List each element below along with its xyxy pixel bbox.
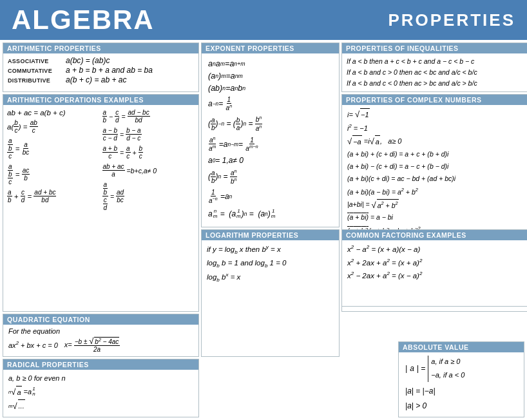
- factor-1: x2 − a2 = (x + a)(x − a): [347, 243, 526, 256]
- ops-r2: a − bc − d = b − ad − c: [102, 127, 195, 142]
- distributive-formula: a(b + c) = ab + ac: [66, 75, 126, 84]
- page-title: ALGEBRA: [12, 5, 155, 35]
- ineq-line-1: If a < b then a + c < b + c and a − c < …: [347, 56, 526, 67]
- quadratic-desc: For the equation: [8, 327, 193, 335]
- complex-1: i = √−1: [347, 108, 526, 120]
- ops-r1: ab − cd = ad − bcbd: [102, 109, 195, 124]
- factor-2: x2 + 2ax + a2 = (x + a)2: [347, 256, 526, 269]
- commutative-formula: a + b = b + a and ab = ba: [66, 66, 153, 75]
- associative-formula: a(bc) = (ab)c: [66, 56, 110, 65]
- abs-rule-2: |a| = |−a|: [405, 385, 517, 399]
- inequalities-card: PROPERTIES OF INEQUALITIES If a < b then…: [341, 43, 527, 92]
- abs-rule-1: |a| = a, if a ≥ 0 −a, if a < 0: [405, 356, 517, 382]
- factoring-header: COMMON FACTORING EXAMPLES: [342, 230, 527, 240]
- complex-3: √−a = i√a, a ≥ 0: [347, 135, 526, 148]
- exp-rule-3: (ab)n = anbn: [208, 84, 332, 93]
- ops-right-col: ab − cd = ad − bcbd a − bc − d = b − ad …: [102, 108, 195, 215]
- absolute-value-outer: ABSOLUTE VALUE |a| = a, if a ≥ 0 −a, if …: [398, 341, 524, 417]
- radical-card: RADICAL PROPERTIES a, b ≥ 0 for even n n…: [3, 359, 199, 417]
- complex-9: (a + bi) = a − bi: [347, 212, 526, 223]
- ops-2: a(bc) = abc: [7, 119, 100, 134]
- exp-rule-5: (ab)−n = (ba)n = bnan: [208, 115, 332, 132]
- ops-3: ab c = abc: [7, 137, 100, 160]
- ops-r3: a + bc = ac + bc: [102, 145, 195, 160]
- log-rule-2: logb b = 1 and logb 1 = 0: [207, 257, 334, 271]
- absolute-value-header: ABSOLUTE VALUE: [399, 342, 524, 352]
- complex-6: (a + bi)(c + di) = ac − bd + (ad + bc)i: [347, 173, 526, 184]
- ops-4: a bc = acb: [7, 163, 100, 186]
- ineq-line-3: If a < b and c < 0 then ac > bc and a/c …: [347, 78, 526, 89]
- distributive-label: DISTRIBUTIVE: [8, 77, 66, 84]
- distributive-row: DISTRIBUTIVE a(b + c) = ab + ac: [8, 75, 194, 84]
- exp-rule-6: anam = an−m = 1am−n: [208, 136, 332, 153]
- arithmetic-ops-header: ARITHMETIC OPERATIONS EXAMPLES: [3, 95, 198, 105]
- inequalities-header: PROPERTIES OF INEQUALITIES: [342, 43, 527, 53]
- log-rule-3: logb bx = x: [207, 271, 334, 285]
- exp-rule-2: (an)m = anm: [208, 72, 332, 81]
- complex-7: (a + bi)(a − bi) = a2 + b2: [347, 186, 526, 198]
- commutative-label: COMMUTATIVE: [8, 68, 66, 74]
- complex-4: (a + bi) + (c + di) = a + c + (b + d)i: [347, 149, 526, 160]
- exp-rule-1: anam = an+m: [208, 59, 332, 68]
- ops-r4: ab + aca = b + c, a ≠ 0: [102, 163, 195, 178]
- bottom-right-area: COMMON FACTORING EXAMPLES x2 − a2 = (x +…: [341, 229, 527, 357]
- radical-cond: a, b ≥ 0 for even n: [8, 372, 193, 385]
- exp-rule-9: 1a−n = an: [208, 189, 332, 204]
- exp-rule-7: a0 = 1, a ≠ 0: [208, 156, 332, 165]
- ops-left-col: ab + ac = a(b + c) a(bc) = abc ab c = ab…: [7, 108, 100, 215]
- page-header: ALGEBRA PROPERTIES: [0, 0, 527, 40]
- absolute-value-card: ABSOLUTE VALUE |a| = a, if a ≥ 0 −a, if …: [398, 341, 524, 417]
- associative-label: ASSOCIATIVE: [8, 58, 66, 64]
- radical-header: RADICAL PROPERTIES: [3, 359, 198, 370]
- quadratic-formula-wrap: ax2 + bx + c = 0 x = −b ± √b2 − 4ac 2a: [8, 337, 193, 353]
- arithmetic-properties-header: ARITHMETIC PROPERTIES: [3, 43, 198, 53]
- quadratic-header: QUADRATIC EQUATION: [3, 314, 198, 325]
- complex-8: |a + bi| = √a2 + b2: [347, 199, 526, 211]
- ops-r5: ab cd = adbc: [102, 181, 195, 211]
- log-rule-1: if y = logb x then by = x: [207, 243, 334, 257]
- exp-rule-4: a−n = 1an: [208, 96, 332, 111]
- exponent-properties-card: EXPONENT PROPERTIES anam = an+m (an)m = …: [201, 43, 340, 227]
- radical-rule-1: n√a = a1n: [8, 386, 193, 399]
- arithmetic-ops-card: ARITHMETIC OPERATIONS EXAMPLES ab + ac =…: [3, 94, 199, 311]
- quadratic-solution: x = −b ± √b2 − 4ac 2a: [64, 337, 120, 353]
- exp-rule-8: (ab)n = anbn: [208, 169, 332, 186]
- arithmetic-properties-card: ARITHMETIC PROPERTIES ASSOCIATIVE a(bc) …: [3, 43, 199, 92]
- logarithm-header: LOGARITHM PROPERTIES: [202, 230, 339, 240]
- associative-row: ASSOCIATIVE a(bc) = (ab)c: [8, 56, 194, 65]
- complex-2: i2 = −1: [347, 122, 526, 134]
- ops-5: ab + cd = ad + bcbd: [7, 189, 100, 204]
- exp-rule-10: anm = (a1m)n = (an)1m: [208, 209, 332, 220]
- exponent-properties-header: EXPONENT PROPERTIES: [202, 43, 339, 53]
- ineq-line-2: If a < b and c > 0 then ac < bc and a/c …: [347, 67, 526, 78]
- radical-rule-2: m√...: [8, 399, 193, 412]
- factor-3: x2 − 2ax + a2 = (x − a)2: [347, 269, 526, 282]
- abs-rule-3: |a| > 0: [405, 399, 517, 414]
- complex-header: PROPERTIES OF COMPLEX NUMBERS: [342, 95, 527, 105]
- quadratic-eq: ax2 + bx + c = 0: [8, 340, 58, 349]
- commutative-row: COMMUTATIVE a + b = b + a and ab = ba: [8, 66, 194, 75]
- quadratic-card: QUADRATIC EQUATION For the equation ax2 …: [3, 314, 199, 357]
- factoring-card: COMMON FACTORING EXAMPLES x2 − a2 = (x +…: [341, 229, 527, 307]
- logarithm-card: LOGARITHM PROPERTIES if y = logb x then …: [201, 229, 340, 357]
- complex-5: (a + bi) − (c + di) = a − c + (b − d)i: [347, 161, 526, 172]
- page-subtitle: PROPERTIES: [388, 10, 515, 30]
- ops-1: ab + ac = a(b + c): [7, 109, 100, 117]
